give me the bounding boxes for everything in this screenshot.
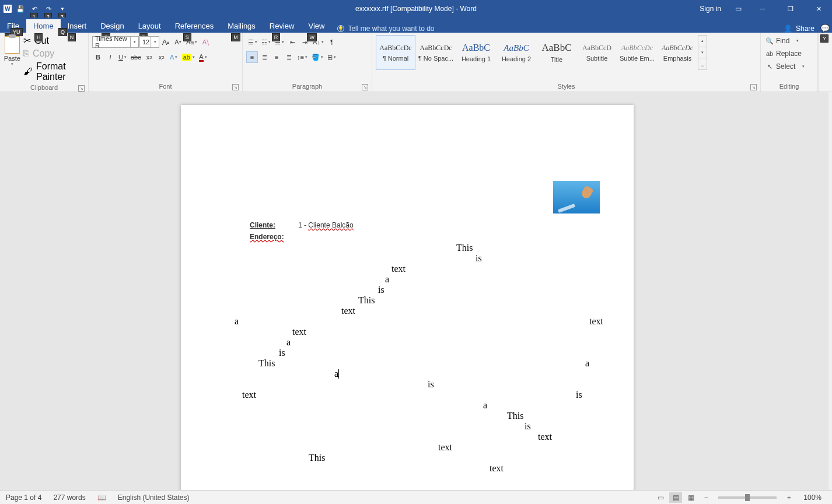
document-text[interactable]: text — [589, 316, 603, 327]
document-text[interactable]: text — [391, 264, 405, 274]
page-indicator[interactable]: Page 1 of 4 — [0, 494, 47, 502]
style-title[interactable]: AaBbCTitle — [537, 35, 576, 70]
ribbon-display-options-icon[interactable]: ▭ — [728, 0, 748, 18]
document-text[interactable]: a — [235, 316, 239, 327]
bold-button[interactable]: B — [92, 51, 104, 63]
font-size-input[interactable]: 12▾ — [139, 36, 159, 48]
tab-home[interactable]: HomeH — [26, 19, 61, 33]
spellcheck-icon[interactable]: 📖 — [92, 494, 112, 502]
format-painter-button[interactable]: 🖌 Format Painter — [23, 61, 86, 82]
replace-button[interactable]: abReplace — [763, 48, 807, 60]
zoom-out-button[interactable]: − — [700, 492, 712, 503]
style-emphasis[interactable]: AaBbCcDcEmphasis — [658, 35, 697, 70]
subscript-button[interactable]: x2 — [144, 51, 155, 63]
style-heading-2[interactable]: AaBbCHeading 2 — [497, 35, 536, 70]
align-center-button[interactable]: ≣ — [258, 51, 270, 63]
zoom-level[interactable]: 100% — [798, 494, 827, 502]
document-text[interactable]: a — [585, 358, 589, 369]
font-color-button[interactable]: A — [197, 51, 209, 63]
style--no-spac-[interactable]: AaBbCcDc¶ No Spac... — [416, 35, 456, 70]
language-indicator[interactable]: English (United States) — [112, 494, 195, 502]
paragraph-dialog-launcher[interactable]: ↘ — [362, 84, 368, 90]
strikethrough-button[interactable]: abc — [129, 51, 143, 63]
vertical-scrollbar[interactable] — [828, 92, 832, 490]
web-layout-button[interactable]: ▦ — [684, 492, 697, 503]
tab-view[interactable]: ViewW — [301, 19, 331, 33]
word-count[interactable]: 277 words — [47, 494, 91, 502]
document-text[interactable]: This — [507, 411, 523, 421]
highlight-button[interactable]: ab — [180, 51, 197, 63]
document-text[interactable]: is — [378, 285, 384, 295]
style--normal[interactable]: AaBbCcDc¶ Normal — [376, 35, 415, 70]
style-subtitle[interactable]: AaBbCcDSubtitle — [577, 35, 617, 70]
style-heading-1[interactable]: AaBbCHeading 1 — [456, 35, 496, 70]
document-text[interactable]: text — [341, 306, 355, 316]
align-right-button[interactable]: ≡ — [271, 51, 282, 63]
document-text[interactable]: a — [385, 274, 389, 285]
text-effects-button[interactable]: A — [168, 51, 180, 63]
zoom-slider[interactable] — [718, 496, 777, 499]
close-button[interactable]: ✕ — [805, 0, 832, 18]
read-mode-button[interactable]: ▭ — [654, 492, 667, 503]
shrink-font-button[interactable]: A▾ — [172, 36, 184, 48]
show-marks-button[interactable]: ¶ — [326, 36, 338, 48]
tab-design[interactable]: DesignG — [93, 19, 131, 33]
font-name-input[interactable]: Times New R▾ — [92, 36, 139, 48]
select-button[interactable]: ↖Select ▾ — [763, 61, 807, 72]
document-text[interactable]: text — [438, 442, 452, 453]
maximize-button[interactable]: ❐ — [777, 0, 804, 18]
document-text[interactable]: a — [483, 400, 487, 411]
cut-button[interactable]: ✂ Cut — [23, 35, 86, 46]
share-button[interactable]: 👤 Share YU — [778, 24, 820, 33]
document-text[interactable]: a — [286, 337, 291, 348]
document-text[interactable]: This — [456, 243, 473, 253]
paste-button[interactable]: Paste ▾ — [2, 34, 22, 75]
save-icon[interactable]: 💾 — [15, 4, 26, 14]
document-text[interactable]: is — [476, 253, 482, 264]
align-left-button[interactable]: ≡ — [246, 51, 258, 63]
styles-more-button[interactable]: ▴▾⎯ — [698, 35, 707, 70]
document-text[interactable]: text — [242, 390, 256, 400]
clear-formatting-button[interactable]: A⧹ — [200, 36, 211, 48]
document-text[interactable]: This — [309, 453, 325, 463]
grow-font-button[interactable]: A▴ — [160, 36, 172, 48]
style-subtle-em-[interactable]: AaBbCcDcSubtle Em... — [617, 35, 657, 70]
embedded-image[interactable] — [553, 181, 600, 214]
borders-button[interactable]: ⊞ — [326, 51, 338, 63]
document-text[interactable]: This — [258, 358, 275, 369]
comments-button[interactable]: 💬 Y — [820, 24, 832, 33]
document-text[interactable]: is — [576, 390, 582, 400]
tab-review[interactable]: ReviewR — [263, 19, 302, 33]
clipboard-dialog-launcher[interactable]: ↘ — [78, 85, 85, 92]
line-spacing-button[interactable]: ↕≡ — [295, 51, 309, 63]
font-dialog-launcher[interactable]: ↘ — [232, 84, 239, 90]
document-text[interactable]: text — [538, 432, 552, 442]
tellme-search[interactable]: 💡 Tell me what you want to do Q — [331, 24, 778, 33]
italic-button[interactable]: I — [104, 51, 116, 63]
styles-dialog-launcher[interactable]: ↘ — [750, 84, 757, 90]
underline-button[interactable]: U — [117, 51, 128, 63]
find-button[interactable]: 🔍Find ▾ — [763, 35, 807, 47]
document-area[interactable]: Cliente: 1 - Cliente Balcão Endereço: Th… — [0, 92, 828, 490]
page[interactable]: Cliente: 1 - Cliente Balcão Endereço: Th… — [181, 105, 634, 490]
document-text[interactable]: text — [292, 327, 306, 337]
minimize-button[interactable]: ─ — [749, 0, 776, 18]
document-text[interactable]: a — [334, 369, 339, 379]
signin-button[interactable]: Sign in — [694, 5, 727, 13]
copy-button[interactable]: ⎘ Copy — [23, 48, 86, 59]
decrease-indent-button[interactable]: ⇤ — [286, 36, 298, 48]
superscript-button[interactable]: x2 — [156, 51, 167, 63]
document-text[interactable]: text — [490, 463, 504, 474]
document-text[interactable]: is — [279, 348, 285, 358]
tab-references[interactable]: ReferencesS — [168, 19, 221, 33]
justify-button[interactable]: ≣ — [283, 51, 295, 63]
document-text[interactable]: This — [358, 295, 375, 306]
tab-mailings[interactable]: MailingsM — [221, 19, 263, 33]
shading-button[interactable]: 🪣 — [310, 51, 325, 63]
bullets-button[interactable]: ☰ — [246, 36, 259, 48]
tab-layout[interactable]: LayoutP — [131, 19, 168, 33]
print-layout-button[interactable]: ▤ — [669, 492, 682, 503]
zoom-in-button[interactable]: + — [782, 492, 795, 503]
document-text[interactable]: is — [428, 379, 434, 390]
numbering-button[interactable]: ☷ — [260, 36, 272, 48]
